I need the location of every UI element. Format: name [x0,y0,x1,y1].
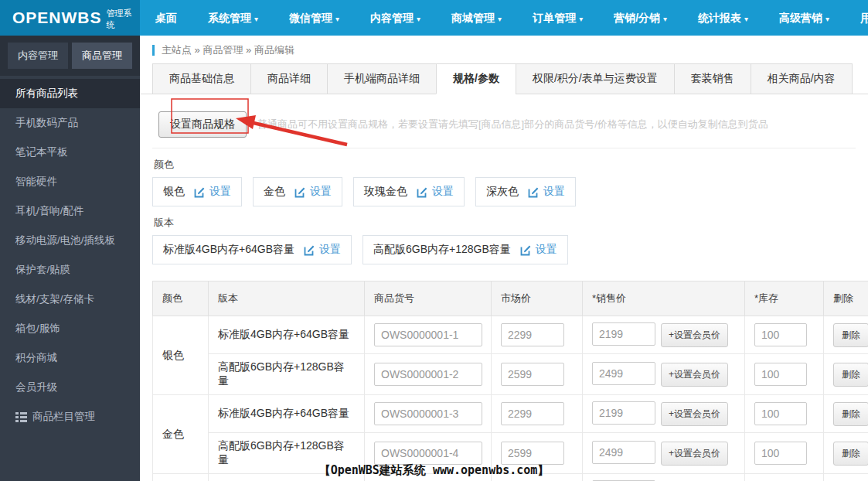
market-price-input[interactable] [501,363,564,386]
sku-cell [365,354,492,395]
edit-icon[interactable] [294,186,306,198]
sku-input[interactable] [374,363,482,386]
sku-input[interactable] [374,442,482,465]
sidebar-tab-1[interactable]: 商品管理 [72,43,132,69]
sidebar-tabs: 内容管理商品管理 [0,36,140,76]
sidebar-item-label: 所有商品列表 [15,79,78,108]
delete-button[interactable]: 删除 [833,442,868,466]
tab-6[interactable]: 相关商品/内容 [751,63,853,94]
nav-item-0[interactable]: 桌面 [140,0,192,36]
spec-chip-0-0: 银色设置 [152,177,242,206]
spec-chip-set-link[interactable]: 设置 [209,185,231,199]
spec-chip-set-link[interactable]: 设置 [319,243,341,257]
nav-item-2[interactable]: 微信管理▾ [274,0,355,36]
version-cell: 标准版4GB内存+64GB容量 [209,316,365,354]
spec-chip-set-link[interactable]: 设置 [536,243,557,257]
spec-chip-set-link[interactable]: 设置 [432,185,454,199]
table-header-6: 删除 [824,281,868,316]
market-price-input[interactable] [501,402,564,425]
edit-icon[interactable] [304,244,315,256]
tab-2[interactable]: 手机端商品详细 [327,63,437,94]
set-member-price-button[interactable]: +设置会员价 [661,442,728,466]
edit-icon[interactable] [194,186,206,198]
stock-input[interactable] [754,363,807,386]
table-header-2: 商品货号 [365,281,492,316]
sale-price-input[interactable] [592,322,655,346]
spec-table: 颜色版本商品货号市场价*销售价*库存删除 银色标准版4GB内存+64GB容量+设… [152,281,868,481]
set-member-price-button[interactable]: +设置会员价 [661,402,728,426]
main-menu: 桌面系统管理▾微信管理▾内容管理▾商城管理▾订单管理▾营销/分销▾统计报表▾高级… [140,0,868,36]
delete-button[interactable]: 删除 [833,363,868,387]
spec-chip-set-link[interactable]: 设置 [543,185,565,199]
sidebar-item-11[interactable]: 商品栏目管理 [0,402,140,432]
nav-item-label: 内容管理 [370,12,414,24]
sidebar-item-10[interactable]: 会员升级 [0,373,140,402]
market-price-input[interactable] [501,442,564,465]
nav-item-label: 系统管理 [208,12,251,24]
nav-item-label: 商城管理 [451,12,495,24]
sidebar-item-2[interactable]: 笔记本平板 [0,138,140,167]
nav-item-8[interactable]: 高级营销▾ [764,0,845,36]
sidebar-item-3[interactable]: 智能硬件 [0,167,140,196]
sidebar-item-4[interactable]: 耳机/音响/配件 [0,196,140,226]
tab-bar: 商品基础信息商品详细手机端商品详细规格/参数权限/积分/表单与运费设置套装销售相… [140,63,868,94]
nav-item-5[interactable]: 订单管理▾ [517,0,598,36]
sale-price-input[interactable] [592,441,655,464]
edit-icon[interactable] [520,244,532,256]
sku-input[interactable] [374,323,482,346]
sidebar-item-9[interactable]: 积分商城 [0,343,140,373]
market-price-input[interactable] [501,323,564,346]
sale-price-input[interactable] [592,362,655,385]
spec-chip-name: 深灰色 [486,185,519,199]
nav-item-1[interactable]: 系统管理▾ [192,0,274,36]
nav-item-7[interactable]: 统计报表▾ [682,0,764,36]
market-price-cell [492,395,583,433]
nav-item-label: 订单管理 [533,12,576,24]
table-row: 银色标准版4GB内存+64GB容量+设置会员价删除 [153,316,868,354]
sidebar-item-6[interactable]: 保护套/贴膜 [0,255,140,285]
chevron-down-icon: ▾ [579,15,583,23]
sidebar-item-8[interactable]: 箱包/服饰 [0,314,140,343]
delete-button[interactable]: 删除 [833,402,868,426]
tab-1[interactable]: 商品详细 [250,63,328,94]
tab-3[interactable]: 规格/参数 [436,63,516,94]
sidebar-item-1[interactable]: 手机数码产品 [0,108,140,138]
spec-button-row: 设置商品规格 普通商品可不用设置商品规格，若要设置请先填写[商品信息]部分的商品… [152,111,856,138]
table-header-0: 颜色 [153,281,209,316]
stock-input[interactable] [754,442,807,465]
sidebar-item-0[interactable]: 所有商品列表 [0,79,140,108]
stock-input[interactable] [754,402,807,425]
version-cell: 标准版4GB内存+64GB容量 [209,395,365,433]
nav-item-4[interactable]: 商城管理▾ [436,0,517,36]
color-cell: 金色 [153,395,209,474]
sidebar-item-label: 笔记本平板 [15,138,68,167]
nav-item-3[interactable]: 内容管理▾ [355,0,436,36]
sidebar-item-7[interactable]: 线材/支架/存储卡 [0,285,140,314]
spec-chip-1-1: 高配版6GB内存+128GB容量设置 [363,235,568,264]
delete-button[interactable]: 删除 [833,323,868,347]
edit-icon[interactable] [417,186,428,198]
nav-item-6[interactable]: 营销/分销▾ [598,0,682,36]
main-panel: 主站点 » 商品管理 » 商品编辑 商品基础信息商品详细手机端商品详细规格/参数… [140,36,868,481]
sku-input[interactable] [374,402,482,425]
table-header-row: 颜色版本商品货号市场价*销售价*库存删除 [153,281,868,316]
spec-chip-set-link[interactable]: 设置 [310,185,332,199]
spec-chip-name: 银色 [163,185,185,199]
table-header-3: 市场价 [492,281,583,316]
set-member-price-button[interactable]: +设置会员价 [661,323,728,347]
tab-5[interactable]: 套装销售 [674,63,751,94]
sidebar-item-5[interactable]: 移动电源/电池/插线板 [0,226,140,255]
sale-price-cell: +设置会员价 [583,395,745,433]
sale-price-input[interactable] [592,401,655,425]
tab-4[interactable]: 权限/积分/表单与运费设置 [516,63,675,94]
spec-hint-text: 普通商品可不用设置商品规格，若要设置请先填写[商品信息]部分的商品货号/价格等信… [257,118,768,131]
tab-0[interactable]: 商品基础信息 [152,63,251,94]
set-spec-button[interactable]: 设置商品规格 [158,111,247,138]
edit-icon[interactable] [528,186,540,198]
stock-input[interactable] [754,323,807,346]
set-member-price-button[interactable]: +设置会员价 [661,363,728,387]
table-header-4: *销售价 [583,281,745,316]
nav-item-9[interactable]: 用户管理▾ [845,0,868,36]
sidebar-item-label: 手机数码产品 [15,108,78,138]
sidebar-tab-0[interactable]: 内容管理 [8,43,68,69]
